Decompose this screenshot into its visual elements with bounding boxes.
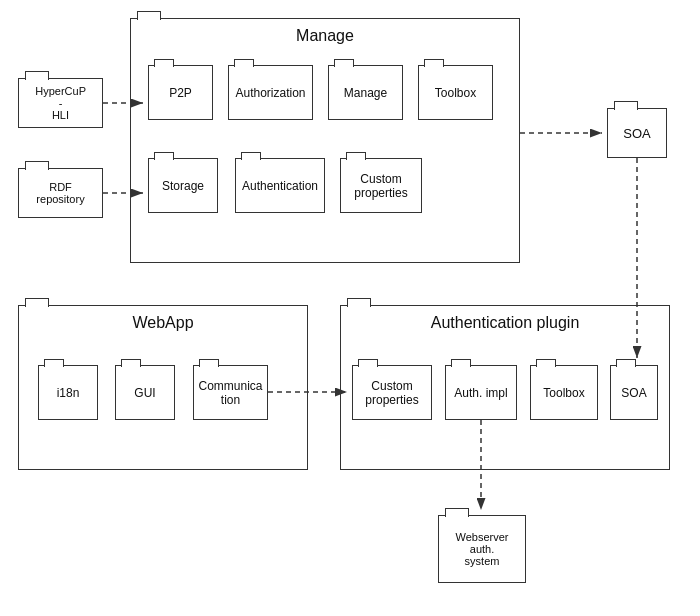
hypercup-box: HyperCuP - HLI bbox=[18, 78, 103, 128]
rdf-box: RDF repository bbox=[18, 168, 103, 218]
toolbox-top-box: Toolbox bbox=[418, 65, 493, 120]
webserver-box: Webserver auth. system bbox=[438, 515, 526, 583]
custom-props-top-label: Custom properties bbox=[341, 172, 421, 200]
communication-box: Communica tion bbox=[193, 365, 268, 420]
authorization-label: Authorization bbox=[229, 86, 312, 100]
i18n-label: i18n bbox=[39, 386, 97, 400]
storage-box: Storage bbox=[148, 158, 218, 213]
gui-box: GUI bbox=[115, 365, 175, 420]
authentication-box: Authentication bbox=[235, 158, 325, 213]
manage-inner-box: Manage bbox=[328, 65, 403, 120]
diagram: Manage P2P Authorization Manage Toolbox … bbox=[0, 0, 700, 616]
i18n-box: i18n bbox=[38, 365, 98, 420]
manage-label: Manage bbox=[131, 27, 519, 45]
toolbox-bot-box: Toolbox bbox=[530, 365, 598, 420]
toolbox-bot-label: Toolbox bbox=[531, 386, 597, 400]
custom-props-bot-label: Custom properties bbox=[353, 379, 431, 407]
custom-props-top-box: Custom properties bbox=[340, 158, 422, 213]
toolbox-top-label: Toolbox bbox=[419, 86, 492, 100]
rdf-label: RDF repository bbox=[36, 181, 84, 205]
p2p-box: P2P bbox=[148, 65, 213, 120]
gui-label: GUI bbox=[116, 386, 174, 400]
manage-outer-box: Manage bbox=[130, 18, 520, 263]
communication-label: Communica tion bbox=[194, 379, 267, 407]
authorization-box: Authorization bbox=[228, 65, 313, 120]
authentication-label: Authentication bbox=[236, 179, 324, 193]
webapp-label: WebApp bbox=[19, 314, 307, 332]
auth-plugin-label: Authentication plugin bbox=[341, 314, 669, 332]
webserver-label: Webserver auth. system bbox=[456, 531, 509, 567]
soa-bot-label: SOA bbox=[611, 386, 657, 400]
manage-inner-label: Manage bbox=[329, 86, 402, 100]
auth-impl-box: Auth. impl bbox=[445, 365, 517, 420]
soa-top-label: SOA bbox=[623, 126, 650, 141]
soa-bot-box: SOA bbox=[610, 365, 658, 420]
soa-top-box: SOA bbox=[607, 108, 667, 158]
storage-label: Storage bbox=[149, 179, 217, 193]
auth-impl-label: Auth. impl bbox=[446, 386, 516, 400]
hypercup-label: HyperCuP - HLI bbox=[35, 85, 86, 121]
p2p-label: P2P bbox=[149, 86, 212, 100]
custom-props-bot-box: Custom properties bbox=[352, 365, 432, 420]
